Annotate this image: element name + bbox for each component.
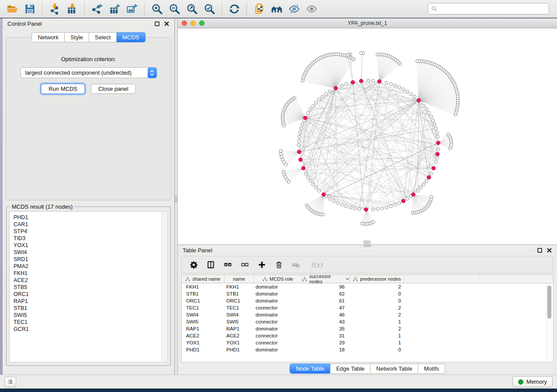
mcds-result-item[interactable]: RAP1 bbox=[14, 298, 161, 305]
mcds-hub-node[interactable] bbox=[322, 193, 326, 196]
mcds-result-item[interactable]: TEC1 bbox=[14, 319, 161, 326]
column-header-shared-name[interactable]: shared name bbox=[182, 275, 225, 283]
mcds-result-item[interactable]: SWI5 bbox=[14, 312, 161, 319]
graph-node[interactable] bbox=[381, 207, 384, 210]
search-field[interactable] bbox=[428, 3, 549, 14]
table-row[interactable]: ORC1ORC1dominator610 bbox=[182, 297, 553, 304]
tab-network[interactable]: Network bbox=[31, 32, 65, 42]
graph-node[interactable] bbox=[376, 53, 379, 56]
criterion-select[interactable]: largest connected component (undirected) bbox=[21, 67, 157, 78]
graph-node[interactable] bbox=[422, 104, 426, 107]
graph-node[interactable] bbox=[409, 93, 412, 96]
graph-node[interactable] bbox=[416, 189, 419, 192]
graph-node[interactable] bbox=[349, 206, 352, 209]
split-panel-button[interactable] bbox=[206, 260, 216, 270]
graph-node[interactable] bbox=[435, 156, 438, 159]
graph-node[interactable] bbox=[315, 186, 318, 189]
mcds-hub-node[interactable] bbox=[432, 166, 436, 170]
export-image-button[interactable] bbox=[124, 1, 140, 16]
show-panels-button[interactable] bbox=[304, 1, 319, 16]
mcds-result-item[interactable]: ACE2 bbox=[14, 277, 161, 284]
graph-node[interactable] bbox=[416, 59, 419, 62]
table-row[interactable]: SWI4SWI4dominator462 bbox=[182, 311, 553, 318]
import-table-button[interactable] bbox=[64, 1, 80, 16]
save-session-button[interactable] bbox=[22, 1, 38, 16]
search-input[interactable] bbox=[439, 5, 546, 12]
mcds-result-item[interactable]: STB5 bbox=[14, 284, 161, 291]
graph-node[interactable] bbox=[340, 84, 343, 87]
graph-node[interactable] bbox=[318, 189, 321, 192]
task-history-button[interactable] bbox=[4, 377, 16, 387]
graph-node[interactable] bbox=[332, 199, 335, 203]
table-settings-button[interactable] bbox=[189, 260, 199, 270]
graph-node[interactable] bbox=[433, 123, 436, 126]
graph-node[interactable] bbox=[309, 179, 312, 182]
graph-node[interactable] bbox=[406, 197, 409, 200]
graph-node[interactable] bbox=[425, 108, 428, 111]
graph-node[interactable] bbox=[328, 90, 331, 93]
mcds-result-item[interactable]: PMA2 bbox=[14, 263, 161, 270]
graph-node[interactable] bbox=[434, 160, 437, 163]
network-canvas[interactable] bbox=[178, 28, 557, 244]
graph-node[interactable] bbox=[419, 186, 422, 189]
graph-node[interactable] bbox=[372, 220, 375, 224]
table-scroll-thumb[interactable] bbox=[547, 285, 551, 319]
graph-node[interactable] bbox=[394, 203, 397, 206]
mcds-result-item[interactable]: GCR1 bbox=[14, 326, 161, 333]
graph-node[interactable] bbox=[325, 93, 328, 96]
tab-style[interactable]: Style bbox=[65, 32, 89, 42]
graph-node[interactable] bbox=[297, 144, 300, 147]
mcds-result-list[interactable]: PHD1CAR1STP4TID3YOX1SWI4SRD1PMA2FKH1ACE2… bbox=[9, 211, 168, 362]
mcds-hub-node[interactable] bbox=[299, 158, 303, 162]
graph-node[interactable] bbox=[322, 213, 325, 216]
graph-node[interactable] bbox=[425, 179, 428, 182]
close-table-button[interactable] bbox=[547, 248, 552, 253]
window-close-button[interactable] bbox=[182, 21, 187, 26]
graph-node[interactable] bbox=[376, 207, 379, 210]
mcds-hub-node[interactable] bbox=[360, 79, 363, 83]
graph-node[interactable] bbox=[279, 149, 282, 152]
graph-node[interactable] bbox=[389, 205, 392, 208]
tab-network-table[interactable]: Network Table bbox=[370, 364, 418, 374]
zoom-selected-button[interactable] bbox=[201, 1, 217, 16]
panel-splitter[interactable] bbox=[175, 18, 178, 375]
network-hscroll-thumb[interactable] bbox=[363, 241, 370, 244]
mcds-result-item[interactable]: CAR1 bbox=[14, 221, 161, 228]
table-row[interactable]: SWI5SWI5connector431 bbox=[182, 318, 553, 325]
add-entry-button[interactable] bbox=[257, 260, 267, 270]
splitter-grip[interactable] bbox=[363, 245, 371, 247]
graph-node[interactable] bbox=[385, 81, 388, 84]
graph-node[interactable] bbox=[431, 119, 434, 122]
graph-node[interactable] bbox=[300, 127, 303, 130]
table-row[interactable]: TEC1TEC1connector472 bbox=[182, 304, 553, 311]
mcds-hub-node[interactable] bbox=[436, 141, 440, 145]
export-network-button[interactable] bbox=[89, 1, 105, 16]
mcds-result-item[interactable]: SWI4 bbox=[14, 249, 161, 256]
close-mcds-button[interactable]: Close panel bbox=[91, 84, 136, 94]
graph-node[interactable] bbox=[389, 83, 392, 86]
mcds-result-item[interactable]: SRD1 bbox=[14, 256, 161, 263]
graph-node[interactable] bbox=[307, 111, 310, 114]
float-table-button[interactable] bbox=[537, 248, 543, 253]
zoom-in-button[interactable] bbox=[149, 1, 165, 16]
graph-node[interactable] bbox=[430, 196, 433, 199]
table-row[interactable]: PHD1PHD1dominator180 bbox=[182, 346, 553, 353]
mcds-hub-node[interactable] bbox=[297, 150, 301, 154]
graph-node[interactable] bbox=[282, 124, 285, 127]
graph-node[interactable] bbox=[422, 183, 426, 186]
network-graph[interactable] bbox=[178, 28, 557, 244]
column-header-name[interactable]: name bbox=[225, 275, 254, 283]
result-scrollbar[interactable] bbox=[161, 212, 167, 361]
column-header-predecessor-nodes[interactable]: predecessor nodes bbox=[350, 275, 405, 283]
window-minimize-button[interactable] bbox=[190, 21, 196, 26]
column-header-successor-nodes[interactable]: successor nodes bbox=[302, 275, 350, 283]
graph-node[interactable] bbox=[284, 163, 287, 166]
mcds-hub-node[interactable] bbox=[303, 116, 307, 120]
mcds-hub-node[interactable] bbox=[351, 80, 355, 84]
graph-node[interactable] bbox=[360, 52, 363, 55]
mcds-result-item[interactable]: ORC1 bbox=[14, 291, 161, 298]
memory-button[interactable]: Memory bbox=[512, 376, 553, 387]
close-panel-button[interactable] bbox=[164, 21, 170, 27]
graph-node[interactable] bbox=[435, 131, 438, 134]
graph-node[interactable] bbox=[398, 201, 401, 204]
